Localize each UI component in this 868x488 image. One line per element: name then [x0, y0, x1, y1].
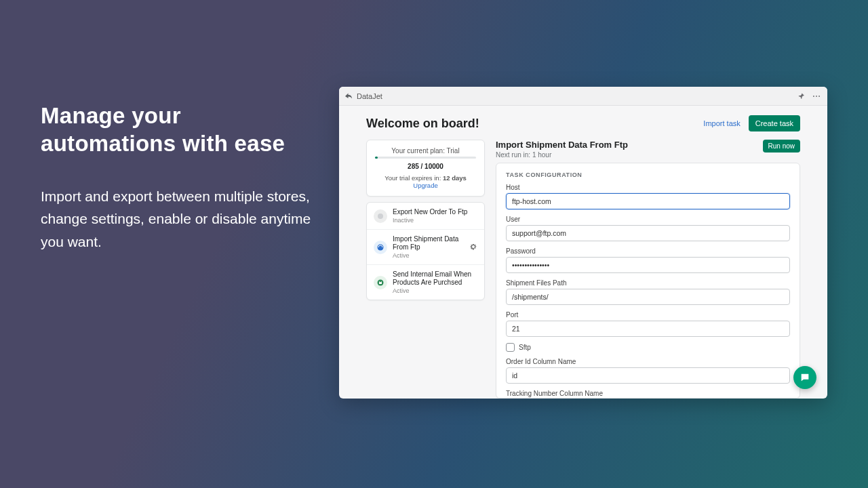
password-label: Password: [506, 247, 790, 255]
chat-button[interactable]: [793, 366, 816, 389]
app-logo-icon: [344, 92, 353, 100]
task-item-import-shipment[interactable]: Import Shipment Data From Ftp Active: [367, 230, 484, 265]
plan-card: Your current plan: Trial 285 / 10000 You…: [366, 140, 485, 197]
quota-text: 285 / 10000: [375, 163, 476, 170]
section-label: TASK CONFIGURATION: [506, 171, 790, 178]
user-input[interactable]: [506, 225, 790, 241]
page-header: Welcome on board! Import task Create tas…: [366, 115, 800, 131]
plan-label-prefix: Your current plan:: [391, 147, 445, 155]
expiry-days: 12 days: [443, 174, 467, 182]
detail-next-run: Next run in: 1 hour: [496, 151, 763, 159]
app-name: DataJet: [357, 92, 382, 100]
expiry-prefix: Your trial expires in:: [384, 174, 441, 182]
svg-point-2: [818, 96, 820, 97]
plan-label: Your current plan: Trial: [375, 147, 476, 155]
task-icon: [374, 241, 387, 254]
marketing-copy: Manage your automations with ease Import…: [41, 102, 312, 253]
task-status: Inactive: [393, 217, 477, 224]
host-input[interactable]: [506, 193, 790, 209]
gear-icon[interactable]: [469, 241, 477, 253]
detail-title: Import Shipment Data From Ftp: [496, 140, 763, 150]
content-area: Welcome on board! Import task Create tas…: [339, 106, 827, 399]
path-input[interactable]: [506, 289, 790, 305]
app-window: DataJet Welcome on board! Import task Cr…: [339, 87, 827, 399]
plan-name: Trial: [447, 147, 460, 155]
sftp-row[interactable]: Sftp: [506, 343, 790, 352]
task-item-export-order[interactable]: Export New Order To Ftp Inactive: [367, 203, 484, 230]
task-title: Send Internal Email When Products Are Pu…: [393, 270, 477, 287]
left-column: Your current plan: Trial 285 / 10000 You…: [366, 140, 485, 399]
run-now-button[interactable]: Run now: [763, 140, 800, 152]
sftp-label: Sftp: [519, 344, 531, 351]
orderid-label: Order Id Column Name: [506, 358, 790, 365]
task-title: Import Shipment Data From Ftp: [393, 235, 464, 251]
path-label: Shipment Files Path: [506, 279, 790, 287]
task-status: Active: [393, 287, 477, 294]
task-status: Active: [393, 252, 464, 259]
quota-progress: [375, 157, 476, 159]
detail-header: Import Shipment Data From Ftp Next run i…: [496, 140, 800, 159]
host-label: Host: [506, 184, 790, 191]
task-icon: [374, 209, 387, 223]
sftp-checkbox[interactable]: [506, 343, 515, 352]
config-card: TASK CONFIGURATION Host User Password: [496, 163, 800, 399]
task-list: Export New Order To Ftp Inactive Import …: [366, 202, 485, 300]
create-task-button[interactable]: Create task: [749, 115, 800, 131]
task-icon: [374, 276, 387, 289]
marketing-heading: Manage your automations with ease: [41, 102, 312, 158]
more-icon[interactable]: [811, 91, 822, 102]
password-input[interactable]: [506, 257, 790, 273]
page-title: Welcome on board!: [366, 117, 703, 131]
right-column: Import Shipment Data From Ftp Next run i…: [496, 140, 800, 399]
expiry-line: Your trial expires in: 12 days Upgrade: [375, 174, 476, 189]
svg-point-0: [813, 96, 814, 97]
pin-icon[interactable]: [796, 91, 807, 102]
port-input[interactable]: [506, 321, 790, 337]
marketing-body: Import and export between multiple store…: [41, 185, 312, 253]
orderid-input[interactable]: [506, 367, 790, 384]
svg-point-1: [816, 96, 817, 97]
import-task-link[interactable]: Import task: [703, 119, 740, 127]
port-label: Port: [506, 311, 790, 319]
page-root: Manage your automations with ease Import…: [0, 0, 868, 488]
task-title: Export New Order To Ftp: [393, 208, 477, 216]
user-label: User: [506, 216, 790, 223]
body-columns: Your current plan: Trial 285 / 10000 You…: [366, 140, 800, 399]
titlebar: DataJet: [339, 87, 827, 106]
upgrade-link[interactable]: Upgrade: [413, 182, 437, 189]
svg-point-3: [378, 214, 383, 219]
task-item-send-email[interactable]: Send Internal Email When Products Are Pu…: [367, 265, 484, 300]
tracking-label: Tracking Number Column Name: [506, 390, 790, 397]
